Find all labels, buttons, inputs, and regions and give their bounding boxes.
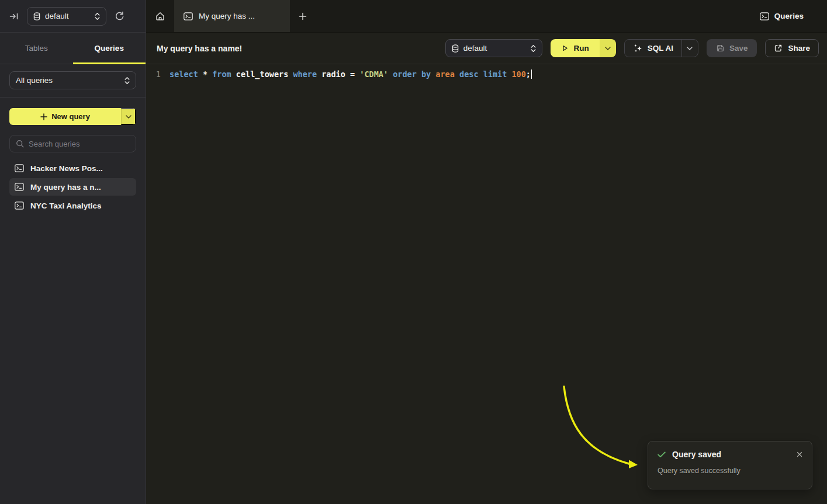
plus-icon [40,113,47,120]
sql-ai-button[interactable]: SQL AI [625,40,681,57]
sidebar-topbar: default [0,0,146,33]
share-label: Share [788,44,810,53]
code-token: desc [459,69,479,79]
queries-menu-label: Queries [774,12,804,20]
sidebar-tab-queries[interactable]: Queries [73,33,146,64]
close-icon [797,451,802,457]
code-token: limit [483,69,507,79]
sql-ai-options-button[interactable] [681,40,698,57]
run-options-button[interactable] [600,39,616,57]
main-panel: My query has a name! default [147,33,827,504]
chevron-updown-icon [124,77,130,85]
refresh-icon [115,11,124,21]
share-icon [774,44,783,53]
query-header: My query has a name! default [147,33,827,64]
collapse-sidebar-button[interactable] [7,10,21,23]
queries-filter-select[interactable]: All queries [9,71,136,89]
line-number: 1 [147,69,161,79]
query-title: My query has a name! [157,44,242,53]
toast-close-button[interactable] [795,450,804,458]
sidebar-database-selector[interactable]: default [27,7,106,26]
query-list-item[interactable]: Hacker News Pos... [9,159,136,177]
code-token: by [421,69,431,79]
sql-ai-label: SQL AI [648,44,673,53]
code-token: where [293,69,317,79]
chevron-updown-icon [95,12,100,20]
code-token: ; [526,69,531,79]
code-token: from [212,69,231,79]
chevron-updown-icon [531,44,536,53]
code-token: 'CDMA' [359,69,388,79]
save-button[interactable]: Save [707,39,757,57]
divider [0,97,146,98]
toast-query-saved: Query saved Query saved successfully [648,441,812,489]
toolbar-database-selector[interactable]: default [445,39,542,57]
toast-title: Query saved [672,450,789,459]
query-item-label: My query has a n... [30,183,101,192]
save-label: Save [729,44,748,53]
sparkles-icon [633,43,642,53]
terminal-icon [15,201,24,210]
sidebar-database-value: default [45,12,90,20]
terminal-icon [184,12,193,20]
tab-bar: My query has ... Queries [146,0,827,33]
plus-icon [299,12,307,20]
text-cursor [531,69,532,79]
new-query-caret-button[interactable] [121,108,136,125]
tab-label: My query has ... [199,12,255,20]
toast-message: Query saved successfully [658,467,804,475]
code-token: select [169,69,198,79]
new-query-label: New query [51,112,90,121]
query-list-item[interactable]: My query has a n... [9,178,136,196]
code-line-content: select * from cell_towers where radio = … [169,69,532,79]
play-icon [561,44,569,52]
sql-ai-split-button: SQL AI [624,39,698,57]
new-query-split-button: New query [9,108,136,125]
search-icon [16,140,24,148]
code-token: area [435,69,455,79]
search-queries-box [9,135,136,152]
database-icon [33,12,40,20]
query-item-label: Hacker News Pos... [30,164,103,173]
collapse-sidebar-icon [9,12,19,20]
run-split-button: Run [551,39,616,57]
home-button[interactable] [146,0,174,32]
code-token: 100 [511,69,525,79]
run-button[interactable]: Run [551,39,600,57]
code-token: order [393,69,417,79]
database-icon [452,44,459,53]
terminal-icon [15,183,24,191]
code-token: = [350,69,355,79]
chevron-down-icon [126,115,132,119]
chevron-down-icon [687,47,693,50]
terminal-icon [15,164,24,172]
sidebar-tabs: Tables Queries [0,33,146,64]
toolbar-database-value: default [463,44,526,53]
code-line: 1 select * from cell_towers where radio … [147,69,827,79]
home-icon [154,11,166,22]
query-item-label: NYC Taxi Analytics [30,201,102,210]
code-token: cell_towers [236,69,288,79]
sql-editor[interactable]: 1 select * from cell_towers where radio … [147,64,827,79]
queries-filter-value: All queries [16,76,120,85]
terminal-icon [760,12,769,20]
refresh-button[interactable] [112,9,127,23]
queries-menu-button[interactable]: Queries [750,0,827,32]
share-button[interactable]: Share [765,39,819,57]
query-list: Hacker News Pos... My query has a n... [9,159,136,214]
check-icon [658,451,666,458]
tab-my-query[interactable]: My query has ... [174,0,290,32]
sidebar: Tables Queries All queries New query [0,33,146,504]
code-token: radio [321,69,345,79]
code-token: * [203,69,207,79]
new-tab-button[interactable] [290,0,316,32]
save-icon [716,44,725,53]
query-list-item[interactable]: NYC Taxi Analytics [9,197,136,214]
run-label: Run [574,44,589,53]
sidebar-tab-tables[interactable]: Tables [0,33,73,64]
query-toolbar: default Run [445,39,819,57]
chevron-down-icon [605,47,611,50]
new-query-button[interactable]: New query [9,108,121,125]
search-queries-input[interactable] [29,140,132,148]
